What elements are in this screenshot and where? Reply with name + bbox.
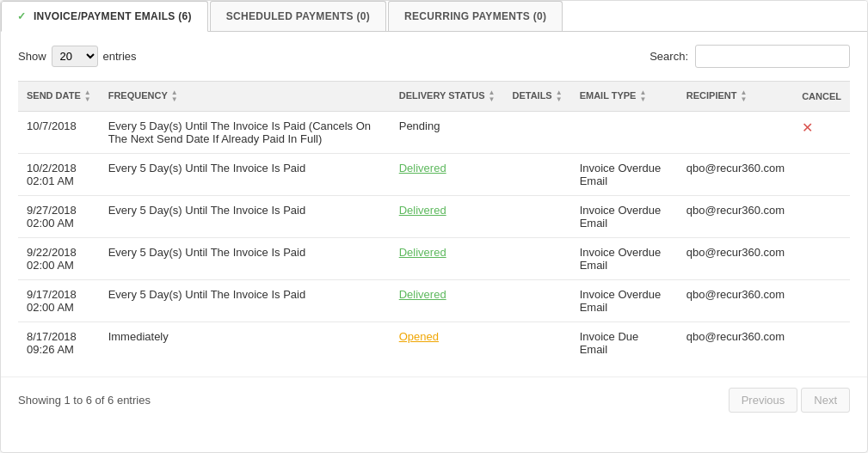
table-header: Send Date▲▼Frequency▲▼Delivery Status▲▼D… xyxy=(18,82,850,112)
cell-cancel xyxy=(793,154,850,196)
search-label: Search: xyxy=(649,50,688,63)
cell-delivery-status[interactable]: Delivered xyxy=(391,280,504,322)
cell-delivery-status: Pending xyxy=(391,112,504,154)
cell-send-date: 9/22/201802:00 AM xyxy=(18,238,100,280)
content-area: Show 102050100 entries Search: Send Date… xyxy=(1,32,867,376)
col-cancel: Cancel xyxy=(793,82,850,112)
table-row: 10/2/201802:01 AMEvery 5 Day(s) Until Th… xyxy=(18,154,850,196)
col-frequency[interactable]: Frequency▲▼ xyxy=(100,82,391,112)
col-details[interactable]: Details▲▼ xyxy=(503,82,570,112)
cell-send-date: 8/17/201809:26 AM xyxy=(18,322,100,364)
cell-frequency: Every 5 Day(s) Until The Invoice Is Paid xyxy=(100,196,391,238)
show-label: Show xyxy=(18,50,46,63)
emails-table: Send Date▲▼Frequency▲▼Delivery Status▲▼D… xyxy=(18,81,850,364)
table-footer: Showing 1 to 6 of 6 entries Previous Nex… xyxy=(1,376,867,423)
entries-label: entries xyxy=(103,50,137,63)
main-container: ✓ Invoice/Payment Emails (6)Scheduled Pa… xyxy=(0,0,868,453)
col-recipient[interactable]: Recipient▲▼ xyxy=(678,82,793,112)
cell-recipient: qbo@recur360.com xyxy=(678,196,793,238)
cell-email-type xyxy=(571,112,678,154)
cell-delivery-status[interactable]: Delivered xyxy=(391,196,504,238)
pagination: Previous Next xyxy=(729,388,850,413)
header-row: Send Date▲▼Frequency▲▼Delivery Status▲▼D… xyxy=(18,82,850,112)
table-row: 9/27/201802:00 AMEvery 5 Day(s) Until Th… xyxy=(18,196,850,238)
entries-select[interactable]: 102050100 xyxy=(52,46,98,67)
table-row: 9/17/201802:00 AMEvery 5 Day(s) Until Th… xyxy=(18,280,850,322)
cell-details xyxy=(503,112,570,154)
cell-frequency: Every 5 Day(s) Until The Invoice Is Paid xyxy=(100,280,391,322)
cancel-button[interactable]: ✕ xyxy=(802,120,813,135)
table-body: 10/7/2018Every 5 Day(s) Until The Invoic… xyxy=(18,112,850,364)
col-delivery-status[interactable]: Delivery Status▲▼ xyxy=(391,82,504,112)
cell-cancel xyxy=(793,196,850,238)
previous-button[interactable]: Previous xyxy=(729,388,798,413)
cell-delivery-status[interactable]: Delivered xyxy=(391,154,504,196)
cell-email-type: Invoice Overdue Email xyxy=(571,196,678,238)
cell-email-type: Invoice Overdue Email xyxy=(571,280,678,322)
cell-recipient xyxy=(678,112,793,154)
cell-delivery-status[interactable]: Delivered xyxy=(391,238,504,280)
cell-send-date: 10/7/2018 xyxy=(18,112,100,154)
next-button[interactable]: Next xyxy=(801,388,850,413)
cell-frequency: Every 5 Day(s) Until The Invoice Is Paid xyxy=(100,238,391,280)
col-send-date[interactable]: Send Date▲▼ xyxy=(18,82,100,112)
cell-send-date: 9/17/201802:00 AM xyxy=(18,280,100,322)
cell-recipient: qbo@recur360.com xyxy=(678,280,793,322)
tab-recurring-payments[interactable]: Recurring Payments (0) xyxy=(388,1,563,31)
cell-frequency: Every 5 Day(s) Until The Invoice Is Paid… xyxy=(100,112,391,154)
cell-email-type: Invoice Due Email xyxy=(571,322,678,364)
search-control: Search: xyxy=(649,45,850,68)
tab-scheduled-payments[interactable]: Scheduled Payments (0) xyxy=(210,1,386,31)
cell-email-type: Invoice Overdue Email xyxy=(571,154,678,196)
cell-recipient: qbo@recur360.com xyxy=(678,322,793,364)
cell-cancel xyxy=(793,280,850,322)
cell-details xyxy=(503,238,570,280)
tab-bar: ✓ Invoice/Payment Emails (6)Scheduled Pa… xyxy=(1,1,867,32)
cell-send-date: 10/2/201802:01 AM xyxy=(18,154,100,196)
cell-details xyxy=(503,154,570,196)
cell-recipient: qbo@recur360.com xyxy=(678,154,793,196)
cell-details xyxy=(503,196,570,238)
table-controls: Show 102050100 entries Search: xyxy=(18,45,850,68)
col-email-type[interactable]: Email Type▲▼ xyxy=(571,82,678,112)
show-entries-control: Show 102050100 entries xyxy=(18,46,137,67)
cell-cancel[interactable]: ✕ xyxy=(793,112,850,154)
cell-cancel xyxy=(793,322,850,364)
cell-cancel xyxy=(793,238,850,280)
table-row: 9/22/201802:00 AMEvery 5 Day(s) Until Th… xyxy=(18,238,850,280)
cell-delivery-status[interactable]: Opened xyxy=(391,322,504,364)
table-row: 10/7/2018Every 5 Day(s) Until The Invoic… xyxy=(18,112,850,154)
tab-invoice-payments[interactable]: ✓ Invoice/Payment Emails (6) xyxy=(1,1,208,32)
cell-frequency: Every 5 Day(s) Until The Invoice Is Paid xyxy=(100,154,391,196)
cell-frequency: Immediately xyxy=(100,322,391,364)
cell-email-type: Invoice Overdue Email xyxy=(571,238,678,280)
cell-details xyxy=(503,322,570,364)
search-input[interactable] xyxy=(695,45,850,68)
cell-send-date: 9/27/201802:00 AM xyxy=(18,196,100,238)
showing-text: Showing 1 to 6 of 6 entries xyxy=(18,394,151,407)
cell-recipient: qbo@recur360.com xyxy=(678,238,793,280)
table-row: 8/17/201809:26 AMImmediatelyOpenedInvoic… xyxy=(18,322,850,364)
cell-details xyxy=(503,280,570,322)
